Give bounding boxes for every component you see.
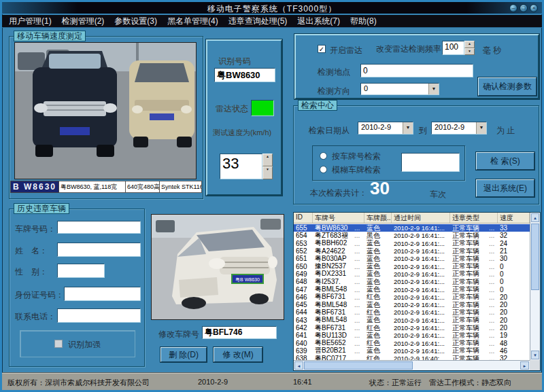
table-cell: 33: [498, 224, 524, 232]
menu-item[interactable]: 帮助(8): [349, 15, 378, 28]
speed-value: 33: [220, 154, 262, 179]
table-cell: 655: [294, 224, 313, 232]
confirm-params-button[interactable]: 确认检测参数: [478, 77, 537, 96]
copyright-text: 版权所有：深圳市索威尔科技开发有限公司: [7, 378, 150, 388]
minimize-icon: –: [512, 5, 515, 11]
menu-item[interactable]: 检测管理(2): [61, 15, 106, 28]
fuzzy-search-radio[interactable]: [320, 166, 327, 173]
phone-field-label: 联系电话：: [15, 311, 56, 323]
direction-label: 检测方向: [318, 86, 350, 97]
table-cell: 2010-2-9 16:41:...: [392, 247, 450, 255]
table-cell: ...: [487, 255, 498, 262]
scroll-left-button[interactable]: ◄: [294, 361, 303, 370]
enhance-checkbox-label: 识别加强: [68, 339, 101, 351]
table-cell: ...: [487, 224, 498, 232]
exit-system-button[interactable]: 退出系统(E): [476, 179, 534, 197]
horizontal-scroll-thumb[interactable]: [304, 361, 413, 370]
search-by-plate-radio[interactable]: [320, 152, 327, 160]
arrow-up-icon: ▲: [468, 41, 471, 46]
radar-settings-panel: ✓ 开启雷达 改变雷达检测频率 100 ▲ ▼ 毫 秒 检测地点 检测方向 0 …: [294, 34, 539, 99]
header-plate-color[interactable]: 车牌颜...: [364, 213, 392, 223]
status-date: 2010-2-9: [198, 378, 228, 386]
speed-up-button[interactable]: ▲: [262, 154, 273, 166]
freq-spinner: 100 ▲ ▼: [442, 41, 475, 55]
table-cell: ...: [487, 232, 498, 239]
phone-field[interactable]: [57, 308, 141, 323]
menu-item[interactable]: 违章查询处理(5): [227, 15, 289, 28]
idcard-field[interactable]: [64, 287, 141, 301]
table-cell: 2010-2-9 16:41:...: [392, 332, 450, 339]
header-pass-time[interactable]: 通过时间: [392, 213, 450, 223]
direction-dropdown[interactable]: 0 ▼: [360, 83, 439, 95]
vertical-scroll-thumb[interactable]: [531, 224, 539, 290]
table-cell: 653: [294, 240, 313, 247]
menu-item[interactable]: 黑名单管理(4): [166, 15, 220, 28]
violation-vehicle-photo: 粤B W8630: [151, 214, 284, 320]
header-plate[interactable]: 车牌号: [313, 213, 364, 223]
table-cell: ...: [352, 255, 364, 262]
table-row[interactable]: 638粤BC0717...红色2010-2-9 16:40:...正常车辆...…: [294, 355, 530, 360]
date-to-dropdown[interactable]: 2010-2-9 ▼: [431, 122, 487, 135]
table-cell: ...: [352, 278, 364, 285]
table-header: ID 车牌号 车牌颜... 通过时间 违章类型 速度: [294, 213, 530, 224]
enhance-checkbox[interactable]: [54, 340, 63, 348]
horizontal-scrollbar[interactable]: ◄ ►: [294, 360, 530, 370]
menu-item[interactable]: 退出系统(7): [296, 15, 341, 28]
freq-up-button[interactable]: ▲: [464, 41, 475, 48]
date-from-label: 检索日期从: [309, 125, 350, 137]
scroll-right-button[interactable]: ►: [520, 361, 529, 370]
scroll-down-button[interactable]: ▼: [531, 351, 539, 359]
results-table: ID 车牌号 车牌颜... 通过时间 违章类型 速度 655粤BW8630...…: [293, 212, 541, 371]
modify-plate-input[interactable]: [202, 326, 277, 339]
search-button[interactable]: 检 索(S): [476, 152, 534, 170]
dropdown-arrow-icon[interactable]: ▼: [428, 84, 439, 94]
scroll-up-button[interactable]: ▲: [531, 213, 539, 222]
total-unit-label: 车次: [430, 189, 446, 200]
recognized-plate-input[interactable]: [214, 68, 275, 82]
maximize-button[interactable]: □: [520, 4, 528, 12]
dropdown-arrow-icon[interactable]: ▼: [403, 122, 413, 134]
header-id[interactable]: ID: [294, 213, 313, 223]
date-to-value: 2010-2-9: [432, 122, 476, 134]
white-car-illustration: 粤B W8630: [152, 215, 284, 320]
freq-down-button[interactable]: ▼: [464, 48, 475, 56]
table-cell: 644: [294, 308, 313, 316]
location-input[interactable]: [360, 64, 473, 77]
window-controls: – □ ×: [509, 4, 538, 12]
menu-item[interactable]: 参数设置(3): [113, 15, 158, 28]
plate-field[interactable]: [57, 221, 141, 234]
table-cell: 红色: [364, 354, 392, 360]
table-cell: 24: [498, 240, 524, 247]
date-from-value: 2010-2-9: [358, 122, 403, 134]
minimize-button[interactable]: –: [509, 4, 517, 12]
table-cell: ...: [352, 332, 364, 339]
traffic-scene-illustration: [15, 43, 197, 179]
header-speed[interactable]: 速度: [498, 213, 530, 223]
table-cell: 2010-2-9 16:41:...: [392, 255, 450, 262]
date-from-dropdown[interactable]: 2010-2-9 ▼: [358, 122, 413, 135]
table-cell: ...: [352, 286, 364, 293]
title-bar[interactable]: 移动电子警察系统（TF3000型） – □ ×: [2, 2, 542, 14]
close-button[interactable]: ×: [530, 4, 538, 12]
speed-down-button[interactable]: ▼: [262, 166, 273, 179]
gender-field[interactable]: [57, 264, 105, 278]
date-until-label: 为 止: [496, 125, 515, 137]
freq-value: 100: [442, 41, 464, 55]
table-cell: ...: [487, 278, 498, 285]
name-field[interactable]: [57, 243, 141, 257]
modify-button-label: 修 改(M): [222, 349, 253, 361]
enable-radar-checkbox[interactable]: ✓: [318, 45, 326, 53]
menu-item[interactable]: 用户管理(1): [7, 15, 53, 28]
table-cell: ...: [487, 340, 498, 347]
arrow-down-icon: ▼: [266, 167, 269, 171]
header-violation-type[interactable]: 违章类型: [450, 213, 498, 223]
dropdown-arrow-icon[interactable]: ▼: [476, 122, 486, 134]
delete-button[interactable]: 删 除(D): [160, 347, 207, 362]
vertical-scrollbar[interactable]: ▲ ▼: [530, 213, 540, 360]
table-cell: 648: [294, 278, 313, 285]
plate-query-input[interactable]: [401, 153, 460, 172]
arrow-down-icon: ▼: [468, 49, 471, 53]
table-cell: 2010-2-9 16:41:...: [392, 286, 450, 293]
modify-button[interactable]: 修 改(M): [214, 347, 262, 362]
table-cell: ...: [352, 240, 364, 247]
